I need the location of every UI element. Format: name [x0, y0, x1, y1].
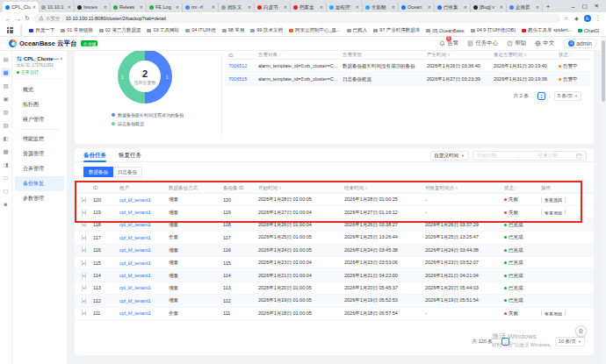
sidebar-menu-item[interactable]: 租户管理 — [15, 112, 64, 127]
filter-icon[interactable]: ▽ — [278, 53, 281, 57]
browser-tab[interactable]: 档案盒 ✕ — [291, 2, 327, 12]
rail-item-icon[interactable]: ▣ — [1, 94, 11, 103]
page-button[interactable]: 1 — [537, 92, 545, 100]
tenant-link[interactable]: cpl_kf_tenant1 — [119, 261, 169, 266]
expand-row-button[interactable]: + — [82, 197, 86, 203]
expand-row-button[interactable]: + — [82, 261, 86, 266]
sort-icon[interactable]: ⇅ — [278, 186, 282, 190]
browser-tab[interactable]: Issues ✕ — [75, 2, 111, 12]
next-page-button[interactable]: › — [549, 94, 551, 99]
tenant-link[interactable]: cpl_kf_tenant1 — [119, 235, 169, 240]
browser-tab[interactable]: Releas ✕ — [111, 2, 147, 12]
window-minimize-icon[interactable]: – — [572, 4, 575, 10]
tab-close-icon[interactable]: ✕ — [500, 4, 503, 10]
language-menu[interactable]: 中文 — [535, 39, 554, 47]
bookmark-item[interactable]: 04 ITU环境 — [185, 27, 216, 33]
sidebar-menu-item[interactable]: 资源管理 — [15, 146, 64, 161]
rail-item-icon[interactable]: ▩ — [1, 146, 11, 156]
bookmark-item[interactable]: 百度一下 — [29, 27, 54, 33]
sidebar-menu-item[interactable]: 拓扑图 — [15, 97, 64, 112]
alarm-id-link[interactable]: 7006515 — [228, 76, 258, 82]
rail-item-icon[interactable]: ◨ — [1, 160, 11, 169]
address-bar[interactable]: 不安全 | 10.10.100.11:8080/cluster/2/backup… — [33, 14, 560, 23]
tab-close-icon[interactable]: ✕ — [248, 4, 251, 10]
browser-tab[interactable]: 全新翻 ✕ — [363, 2, 399, 12]
bookmark-item[interactable]: 03 工具网站 — [147, 27, 179, 33]
tab-close-icon[interactable]: ✕ — [140, 4, 143, 10]
bookmark-item[interactable]: 爬虫工具库 spidert... — [522, 27, 572, 33]
tenant-link[interactable]: cpl_kf_tenant1 — [119, 273, 169, 278]
bookmark-item[interactable]: 05 OceanBase — [426, 28, 464, 33]
filter-icon[interactable]: ▽ — [515, 186, 517, 190]
tab-close-icon[interactable]: ✕ — [536, 4, 539, 10]
browser-tab[interactable]: 团队文 ✕ — [219, 2, 255, 12]
browser-tab[interactable]: 远程控 ✕ — [327, 2, 363, 12]
apps-grid-icon[interactable] — [7, 27, 13, 33]
sort-icon[interactable]: ⇅ — [455, 186, 458, 190]
view-reason-button[interactable]: 查看原因 — [541, 197, 566, 203]
tab-close-icon[interactable]: ✕ — [392, 4, 395, 10]
browser-tab[interactable]: 白皮书 ✕ — [255, 2, 291, 12]
tenant-link[interactable]: cpl_kf_tenant1 — [119, 247, 169, 253]
browser-tab[interactable]: CPL_Clu ✕ — [3, 2, 39, 12]
tenant-link[interactable]: cpl_kf_tenant1 — [119, 310, 169, 316]
date-range-input[interactable]: 开始日期 → 结束日期 — [473, 151, 587, 161]
extensions-icon[interactable] — [574, 16, 580, 22]
reload-icon[interactable]: ↻ — [25, 15, 30, 22]
bookmark-item[interactable]: ChatGPT — [578, 28, 599, 33]
scrollbar-thumb[interactable] — [602, 40, 605, 102]
browser-tab[interactable]: 10.10.1 ✕ — [39, 2, 75, 12]
tab-close-icon[interactable]: ✕ — [68, 4, 71, 10]
bookmark-item[interactable]: 99 技术文档 — [250, 27, 283, 33]
sidebar-menu-item[interactable]: 性能监控 — [15, 132, 64, 146]
expand-row-button[interactable]: + — [82, 247, 86, 253]
sort-icon[interactable]: ⇅ — [364, 186, 368, 190]
task-center-menu[interactable]: 任务中心 — [467, 39, 498, 47]
tenant-link[interactable]: cpl_kf_tenant1 — [119, 197, 169, 203]
rail-item-icon[interactable]: ▦ — [1, 68, 11, 77]
bookmark-item[interactable]: 01 常用链接 — [61, 27, 93, 33]
page-size-select[interactable]: 10 条/页▼ — [555, 337, 585, 346]
tab-close-icon[interactable]: ✕ — [356, 4, 359, 10]
view-reason-button[interactable]: 查看原因 — [541, 310, 566, 316]
rail-item-icon[interactable]: ◧ — [1, 133, 11, 143]
browser-tab[interactable]: 已收集 ✕ — [435, 2, 471, 12]
page-button[interactable] — [544, 338, 552, 346]
rail-item-icon[interactable]: ■ — [1, 199, 11, 209]
tab-close-icon[interactable]: ✕ — [104, 4, 107, 10]
browser-tab[interactable]: Ocean ✕ — [399, 2, 435, 12]
browser-tab[interactable]: 企微群 ✕ — [507, 2, 543, 12]
tenant-link[interactable]: cpl_kf_tenant1 — [119, 210, 169, 215]
expand-row-button[interactable]: + — [82, 210, 86, 215]
bookmark-item[interactable]: 98 常用 — [222, 27, 245, 33]
forward-icon[interactable]: → — [15, 16, 21, 22]
sort-icon[interactable]: ⇅ — [523, 53, 527, 57]
bookmark-item[interactable]: 已购入 — [347, 27, 368, 33]
tab-close-icon[interactable]: ✕ — [464, 4, 467, 10]
page-scrollbar[interactable] — [601, 37, 606, 364]
user-menu[interactable]: A admin — [563, 39, 597, 48]
help-menu[interactable]: ? 帮助 — [507, 39, 526, 47]
browser-menu-icon[interactable]: ⋮ — [595, 15, 602, 22]
page-button[interactable] — [512, 338, 520, 346]
browser-profile-avatar[interactable]: A — [584, 15, 591, 22]
bookmark-item[interactable]: 02 第三方数据源 — [99, 27, 141, 33]
app-logo[interactable]: OceanBase 云平台 企业版 — [9, 39, 97, 48]
prev-page-button[interactable]: ‹ — [496, 339, 498, 345]
rail-item-icon[interactable]: ▧ — [1, 81, 11, 90]
tenant-link[interactable]: cpl_kf_tenant1 — [119, 222, 169, 227]
view-reason-button[interactable]: 查看原因 — [541, 210, 566, 215]
bookmark-star-icon[interactable]: ☆ — [564, 15, 569, 22]
page-button[interactable] — [523, 338, 530, 346]
expand-row-button[interactable]: + — [82, 285, 86, 290]
prev-page-button[interactable]: ‹ — [532, 94, 534, 99]
expand-row-button[interactable]: + — [82, 222, 86, 227]
cluster-selector[interactable]: CPL_Cluste⋯ ▾ — [17, 55, 62, 61]
time-range-select[interactable]: 自定义时间▼ — [430, 151, 469, 161]
sort-icon[interactable]: ⇅ — [447, 53, 451, 57]
page-size-select[interactable]: 5 条/页▼ — [554, 91, 581, 101]
backup-type-button[interactable]: 日志备份 — [113, 167, 142, 177]
backup-tab[interactable]: 备份任务 — [83, 148, 106, 162]
browser-tab[interactable]: rm -rf ✕ — [183, 2, 219, 12]
page-button[interactable] — [501, 338, 509, 346]
